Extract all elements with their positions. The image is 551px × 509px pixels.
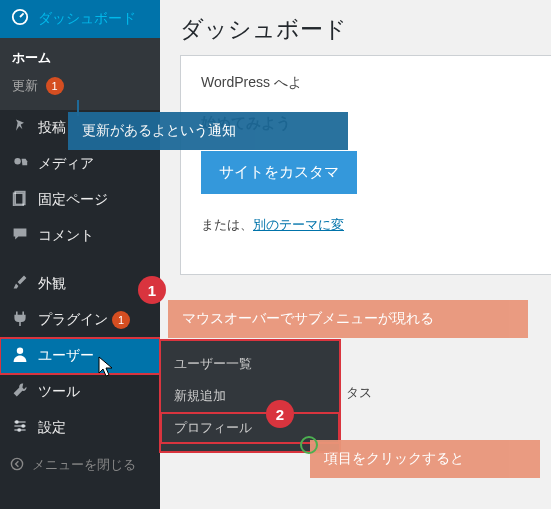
customize-site-button[interactable]: サイトをカスタマ: [201, 151, 357, 194]
collapse-label: メニューを閉じる: [32, 456, 136, 474]
alt-prefix: または、: [201, 217, 253, 232]
submenu-add-new[interactable]: 新規追加: [160, 380, 340, 412]
page-icon: [10, 190, 30, 210]
user-icon: [10, 346, 30, 366]
collapse-menu[interactable]: メニューを閉じる: [0, 446, 160, 484]
nav-tools-label: ツール: [38, 383, 80, 401]
svg-point-6: [22, 425, 24, 427]
nav-appearance[interactable]: 外観: [0, 266, 160, 302]
change-theme-link[interactable]: 別のテーマに変: [253, 217, 344, 232]
svg-point-8: [11, 458, 22, 469]
admin-sidebar: ダッシュボード ホーム 更新 1 投稿 メディア 固定ページ コメント: [0, 0, 160, 509]
nav-comments[interactable]: コメント: [0, 218, 160, 254]
updates-badge: 1: [46, 77, 64, 95]
nav-tools[interactable]: ツール: [0, 374, 160, 410]
collapse-icon: [10, 457, 24, 474]
nav-dashboard-submenu: ホーム 更新 1: [0, 38, 160, 110]
alt-theme-text: または、別のテーマに変: [201, 216, 551, 234]
comment-icon: [10, 226, 30, 246]
nav-plugins-label: プラグイン: [38, 311, 108, 329]
nav-comments-label: コメント: [38, 227, 94, 245]
plugins-badge: 1: [112, 311, 130, 329]
nav-plugins[interactable]: プラグイン 1: [0, 302, 160, 338]
svg-point-7: [18, 429, 20, 431]
submenu-user-list[interactable]: ユーザー一覧: [160, 348, 340, 380]
svg-point-1: [14, 158, 20, 164]
page-title: ダッシュボード: [180, 0, 551, 55]
annotation-update-notice: 更新があるよという通知: [68, 112, 348, 150]
nav-users-label: ユーザー: [38, 347, 94, 365]
plugin-icon: [10, 310, 30, 330]
svg-point-4: [17, 348, 23, 354]
wrench-icon: [10, 382, 30, 402]
svg-point-5: [16, 421, 18, 423]
nav-users[interactable]: ユーザー: [0, 338, 160, 374]
panel-headline: WordPress へよ: [201, 74, 551, 92]
annotation-click-item: 項目をクリックすると: [310, 440, 540, 478]
annotation-badge-2: 2: [266, 400, 294, 428]
status-fragment: タス: [346, 384, 372, 402]
subnav-updates-label: 更新: [12, 78, 38, 93]
dashboard-icon: [10, 8, 30, 30]
nav-dashboard[interactable]: ダッシュボード: [0, 0, 160, 38]
nav-posts-label: 投稿: [38, 119, 66, 137]
users-flyout-submenu: ユーザー一覧 新規追加 プロフィール: [160, 340, 340, 452]
subnav-home[interactable]: ホーム: [12, 44, 160, 72]
welcome-panel: WordPress へよ 始めてみよう サイトをカスタマ または、別のテーマに変: [180, 55, 551, 275]
nav-settings-label: 設定: [38, 419, 66, 437]
nav-settings[interactable]: 設定: [0, 410, 160, 446]
nav-media-label: メディア: [38, 155, 94, 173]
nav-pages[interactable]: 固定ページ: [0, 182, 160, 218]
nav-media[interactable]: メディア: [0, 146, 160, 182]
brush-icon: [10, 274, 30, 294]
subnav-updates[interactable]: 更新 1: [12, 72, 160, 100]
sliders-icon: [10, 418, 30, 438]
nav-appearance-label: 外観: [38, 275, 66, 293]
nav-pages-label: 固定ページ: [38, 191, 108, 209]
status-dot-icon: [300, 436, 318, 454]
annotation-badge-1: 1: [138, 276, 166, 304]
pin-icon: [10, 118, 30, 138]
annotation-hover-submenu: マウスオーバーでサブメニューが現れる: [168, 300, 528, 338]
submenu-profile-label: プロフィール: [174, 420, 252, 435]
nav-dashboard-label: ダッシュボード: [38, 10, 136, 28]
media-icon: [10, 154, 30, 174]
